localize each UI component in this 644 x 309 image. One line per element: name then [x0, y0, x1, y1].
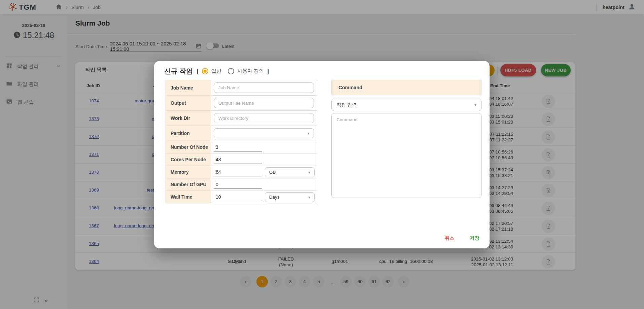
- job-name-input[interactable]: [214, 82, 314, 93]
- work-dir-input[interactable]: [214, 113, 314, 123]
- modal-title: 신규 작업: [164, 67, 193, 76]
- chevron-down-icon: ▾: [308, 131, 310, 136]
- field-label: Cores Per Node: [166, 153, 211, 166]
- new-job-modal: 신규 작업 [ 일반 사용자 정의 ] Job Name Output Work…: [154, 61, 490, 248]
- walltime-input[interactable]: 10: [214, 193, 262, 201]
- gpu-input[interactable]: 0: [214, 180, 262, 189]
- modal-header: 신규 작업 [ 일반 사용자 정의 ]: [164, 66, 269, 76]
- form-row-walltime: Wall Time 10 Days ▾: [166, 191, 317, 203]
- chevron-down-icon: ▾: [474, 103, 476, 107]
- field-label: Work Dir: [166, 111, 211, 126]
- radio-custom[interactable]: [228, 68, 234, 74]
- command-section-header: Command: [331, 80, 481, 95]
- walltime-unit-select[interactable]: Days ▾: [265, 192, 315, 202]
- form-row-work-dir: Work Dir: [166, 110, 317, 126]
- cancel-button[interactable]: 취소: [439, 233, 460, 243]
- form-row-output: Output: [166, 95, 317, 110]
- form-row-nodes: Number Of Node 3: [166, 141, 317, 153]
- field-label: Number Of GPU: [166, 178, 211, 191]
- nodes-input[interactable]: 3: [214, 143, 262, 151]
- cores-input[interactable]: 48: [214, 155, 262, 164]
- job-form-table: Job Name Output Work Dir Partition ▾ Num…: [166, 80, 317, 203]
- field-label: Number Of Node: [166, 141, 211, 153]
- command-textarea[interactable]: [331, 113, 481, 198]
- form-row-job-name: Job Name: [166, 80, 317, 95]
- command-mode-select[interactable]: 직접 입력 ▾: [331, 99, 481, 111]
- form-row-cores: Cores Per Node 48: [166, 153, 317, 166]
- output-input[interactable]: [214, 98, 314, 108]
- bracket-close: ]: [267, 67, 269, 75]
- partition-select[interactable]: ▾: [214, 128, 314, 138]
- field-label: Output: [166, 96, 211, 110]
- bracket-open: [: [197, 67, 199, 75]
- field-label: Partition: [166, 126, 211, 141]
- radio-general-label[interactable]: 일반: [211, 68, 221, 74]
- save-button[interactable]: 저장: [464, 233, 485, 243]
- form-row-partition: Partition ▾: [166, 126, 317, 141]
- chevron-down-icon: ▾: [308, 170, 310, 175]
- form-row-gpu: Number Of GPU 0: [166, 178, 317, 191]
- field-label: Job Name: [166, 80, 211, 95]
- memory-input[interactable]: 64: [214, 168, 262, 176]
- memory-unit-select[interactable]: GB ▾: [265, 167, 315, 177]
- radio-custom-label[interactable]: 사용자 정의: [237, 68, 264, 74]
- field-label: Wall Time: [166, 191, 211, 203]
- field-label: Memory: [166, 166, 211, 178]
- chevron-down-icon: ▾: [308, 195, 310, 200]
- form-row-memory: Memory 64 GB ▾: [166, 166, 317, 178]
- radio-general[interactable]: [202, 68, 208, 74]
